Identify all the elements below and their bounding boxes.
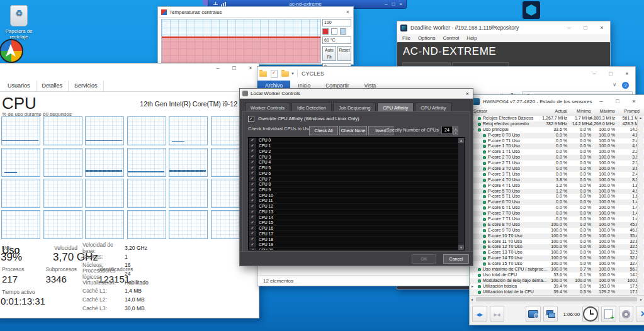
col-max[interactable]: Máximo [599, 109, 615, 113]
task-manager-tab[interactable]: Usuarios [2, 81, 37, 91]
sensor-row[interactable]: P-core 6 T1 Uso 0.0 % 0.0 % 100.0 % 1.4 [470, 205, 644, 211]
spinner-arrows[interactable]: ▲▼ [453, 126, 458, 133]
checkbox-checked-icon[interactable]: ✓ [249, 171, 256, 176]
checkbox-checked-icon[interactable]: ✓ [249, 149, 256, 154]
sensor-row[interactable]: E-core 15 T0 Uso 100.0 % 0.0 % 100.0 % 3… [470, 261, 644, 267]
cpu-list-item[interactable]: ✓ CPU 8 [249, 182, 464, 188]
cpu-graph-cell[interactable] [169, 116, 208, 145]
col-avg[interactable]: Promed [624, 109, 640, 113]
network-button[interactable] [543, 306, 558, 322]
cpu-list-item[interactable]: ✓ CPU 14 [249, 215, 464, 220]
sensor-row[interactable]: E-core 11 T0 Uso 100.0 % 0.0 % 100.0 % 3… [470, 239, 644, 245]
scroll-thumb[interactable] [476, 297, 637, 301]
cpu-graph-cell[interactable] [169, 210, 208, 239]
close-icon[interactable]: × [619, 69, 635, 78]
close-sensors-button[interactable]: × [636, 306, 644, 322]
cpu-list-item[interactable]: ✓ CPU 11 [249, 198, 464, 204]
cpu-list-item[interactable]: ✓ CPU 5 [249, 166, 464, 171]
checkbox-checked-icon[interactable]: ✓ [249, 154, 256, 159]
cpu-list-item[interactable]: ✓ CPU 17 [249, 231, 464, 237]
col-actual[interactable]: Actual [555, 109, 567, 113]
sensor-row[interactable]: P-core 5 T1 Uso 0.0 % 0.0 % 100.0 % 1.6 [470, 194, 644, 199]
sensor-row[interactable]: P-core 0 T1 Uso 0.0 % 0.0 % 100.0 % 2.4 [470, 138, 644, 144]
checkbox-checked-icon[interactable]: ✓ [249, 215, 256, 220]
cpu-list-item[interactable]: ✓ CPU 19 [249, 242, 464, 248]
maximize-icon[interactable]: □ [609, 97, 626, 106]
scroll-down-icon[interactable]: ▼ [458, 245, 464, 250]
sensor-row[interactable]: E-core 10 T0 Uso 100.0 % 0.0 % 100.0 % 3… [470, 233, 644, 239]
cpu-list-item[interactable]: ✓ CPU 18 [249, 237, 464, 242]
cpu-list-item[interactable]: ✓ CPU 10 [249, 193, 464, 198]
minimize-icon[interactable]: – [586, 69, 602, 78]
close-icon[interactable]: × [399, 1, 402, 7]
cpu-graph-cell[interactable] [43, 116, 82, 145]
sensor-row[interactable]: P-core 4 T1 Uso 1.2 % 0.0 % 100.0 % 1.8 [470, 183, 644, 189]
task-manager-tab[interactable]: Detalles [37, 81, 69, 91]
sensor-row[interactable]: P-core 6 T0 Uso 0.0 % 0.0 % 100.0 % 1.4 [470, 199, 644, 205]
maximize-icon[interactable]: □ [602, 69, 619, 78]
sensor-row[interactable]: Utilización total de la CPU 39.4 % 0.5 %… [470, 289, 644, 295]
sensor-row[interactable]: Uso total de CPU 33.6 % 0.1 % 100.0 % 14… [470, 272, 644, 278]
cpu-list-item[interactable]: ✓ CPU 0 [249, 138, 464, 143]
minimize-icon[interactable]: – [385, 1, 387, 7]
sensor-column-headers[interactable]: Sensor Actual Mínimo Máximo Promed [470, 108, 644, 116]
compare-arrows-button[interactable]: ◂▸ [472, 306, 487, 322]
cpu-checkbox-list[interactable]: ✓ CPU 0 ✓ CPU 1 ✓ CPU 2 ✓ CPU 3 ✓ CPU 4 [248, 137, 465, 250]
sensor-row[interactable]: P-core 7 T1 Uso 0.0 % 0.0 % 100.0 % 1.4 [470, 216, 644, 222]
cpu-graph-cell[interactable] [85, 148, 124, 177]
horizontal-scrollbar[interactable]: ◂ ▸ [470, 295, 644, 303]
sensor-row[interactable]: Modulación de reloj bajo dema... 100.0 %… [470, 278, 644, 284]
task-manager-tab[interactable]: Servicios [69, 81, 104, 91]
checkbox-checked-icon[interactable]: ✓ [249, 166, 256, 171]
sensor-row[interactable]: P-core 1 T1 Uso 0.0 % 0.0 % 100.0 % 2.3 [470, 149, 644, 155]
cpu-list-item[interactable]: ✓ CPU 2 [249, 149, 464, 154]
desktop-icon-recycle-bin[interactable]: Papelera de reciclaje [0, 5, 39, 40]
check-all-button[interactable]: Check All [309, 126, 338, 135]
reset-button[interactable]: Reset [337, 46, 351, 61]
maximize-icon[interactable]: □ [577, 23, 594, 32]
scale-max-field[interactable]: 100 [322, 19, 351, 26]
ok-button[interactable]: OK [412, 254, 436, 264]
maximize-icon[interactable]: □ [226, 64, 242, 72]
cpu-graph-cell[interactable] [1, 210, 40, 239]
sensor-row[interactable]: P-core 2 T1 Uso 0.0 % 0.0 % 100.0 % 2.3 [470, 160, 644, 166]
menu-item[interactable]: Options [418, 35, 436, 41]
cpu-graph-cell[interactable] [169, 148, 208, 177]
sensor-row[interactable]: ▸ Relojes Efectivos Básicos 1,267.7 MHz … [470, 116, 644, 121]
minimize-icon[interactable]: – [561, 23, 577, 32]
color-swatch-blue[interactable] [340, 28, 346, 35]
cpu-graph-cell[interactable] [43, 210, 82, 239]
close-icon[interactable]: × [466, 91, 469, 97]
minimize-icon[interactable]: – [593, 97, 609, 106]
checkbox-checked-icon[interactable]: ✓ [249, 193, 256, 198]
report-button[interactable] [601, 306, 616, 322]
checkbox-checked-icon[interactable]: ✓ [249, 210, 256, 215]
sensor-row[interactable]: E-core 13 T0 Uso 100.0 % 0.0 % 100.0 % 3… [470, 250, 644, 255]
list-scrollbar[interactable]: ▲ ▼ [458, 138, 464, 250]
color-swatch-white[interactable] [331, 28, 337, 35]
current-temp-field[interactable]: 61 °C [322, 36, 351, 44]
override-checkbox-row[interactable]: ✓ Override CPU Affinity (Windows and Lin… [248, 116, 359, 122]
cpu-graph-cell[interactable] [85, 179, 124, 208]
ribbon-collapse-icon[interactable]: ∨ [613, 82, 616, 87]
checkbox-checked-icon[interactable]: ✓ [249, 198, 256, 203]
checkbox-checked-icon[interactable]: ✓ [248, 116, 254, 122]
auto-fit-button[interactable]: Auto Fit [322, 46, 336, 61]
cpu-graph-cell[interactable] [127, 116, 166, 145]
cpu-graph-cell[interactable] [127, 148, 166, 177]
cpu-list-item[interactable]: ✓ CPU 15 [249, 220, 464, 226]
sensor-row[interactable]: P-core 2 T0 Uso 0.0 % 0.0 % 100.0 % 3.9 [470, 155, 644, 160]
sensor-row[interactable]: P-core 3 T0 Uso 0.0 % 0.0 % 100.0 % 3.6 [470, 166, 644, 172]
sensor-row[interactable]: ▸ Utilización básica 39.4 % 0.0 % 153.0 … [470, 284, 644, 289]
cpu-graph-cell[interactable] [1, 179, 40, 208]
sensor-row[interactable]: ∨ Uso principal 33.6 % 0.0 % 100.0 % 14.… [470, 127, 644, 133]
vertical-scrollbar[interactable]: ▲ [637, 116, 643, 295]
sensor-row[interactable]: P-core 3 T1 Uso 0.0 % 0.0 % 100.0 % 2.4 [470, 172, 644, 177]
checkbox-checked-icon[interactable]: ✓ [249, 226, 256, 231]
col-sensor[interactable]: Sensor [473, 109, 487, 113]
sensor-row[interactable]: Uso máximo de CPU / subproc... 100.0 % 0… [470, 267, 644, 272]
cpu-graph-cell[interactable] [127, 179, 166, 208]
sensor-row[interactable]: E-core 9 T0 Uso 100.0 % 0.0 % 100.0 % 46… [470, 228, 644, 233]
cpu-list-item[interactable]: ✓ CPU 20 [249, 248, 464, 250]
close-icon[interactable]: × [346, 9, 349, 15]
